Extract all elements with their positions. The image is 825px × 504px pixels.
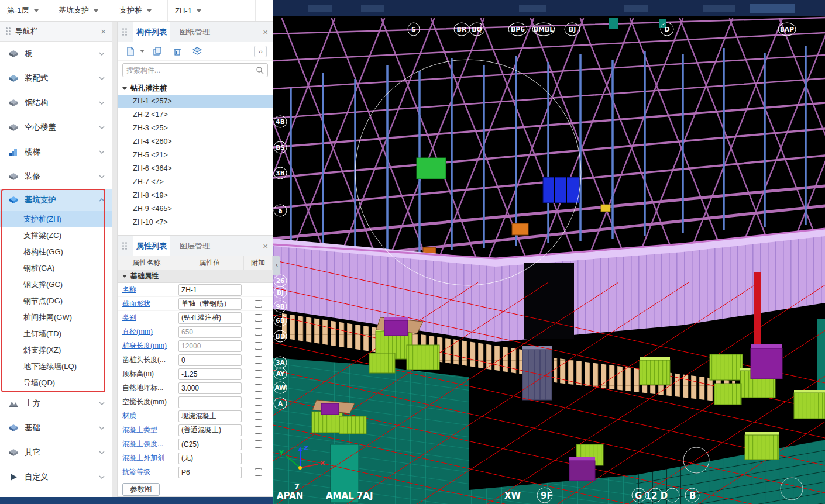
sidebar-subitem-xz[interactable]: 斜支撑(XZ) [0, 342, 112, 358]
sidebar-item-prefab[interactable]: 装配式 [0, 66, 112, 91]
new-component-button[interactable] [123, 44, 138, 58]
tree-group-row[interactable]: 钻孔灌注桩 [118, 82, 273, 95]
property-value-input[interactable] [178, 354, 242, 366]
sidebar-item-other[interactable]: 其它 [0, 440, 112, 465]
property-value-input[interactable] [178, 326, 242, 338]
property-name[interactable]: 混凝土外加剂 [118, 453, 176, 463]
property-name[interactable]: 材质 [118, 411, 176, 421]
sidebar-item-hollow-floor[interactable]: 空心楼盖 [0, 115, 112, 140]
delete-component-button[interactable] [170, 44, 184, 58]
sidebar-subitem-td[interactable]: 土钉墙(TD) [0, 326, 112, 342]
grid-label: 26 [276, 277, 285, 284]
property-value-input[interactable] [178, 368, 242, 380]
property-checkbox[interactable] [255, 412, 262, 420]
viewport-3d[interactable]: S BR BQ BP6 BMBL BJ D 8AP 4B BS 3B a 26 … [273, 0, 825, 504]
sidebar-subitem-ga[interactable]: 钢桩(GA) [0, 260, 112, 277]
property-name[interactable]: 名称 [118, 285, 176, 295]
property-name[interactable]: 类别 [118, 313, 176, 323]
sidebar-subitem-gg[interactable]: 格构柱(GG) [0, 244, 112, 260]
close-icon[interactable]: × [263, 241, 268, 250]
property-value-input[interactable] [178, 298, 242, 310]
property-value-input[interactable] [178, 396, 242, 408]
sidebar-item-slab[interactable]: 板 [0, 42, 112, 66]
tab-drawing-management[interactable]: 图纸管理 [176, 22, 214, 42]
component-item[interactable]: ZH-6 <364> [118, 162, 273, 175]
sidebar-subitem-lq[interactable]: 地下连续墙(LQ) [0, 358, 112, 375]
property-value-input[interactable] [178, 424, 242, 436]
sidebar-item-custom[interactable]: 自定义 [0, 465, 112, 489]
tab-layer-management[interactable]: 图层管理 [176, 236, 214, 256]
tree-expander-icon[interactable] [122, 87, 127, 90]
component-item[interactable]: ZH-1 <257> [118, 95, 273, 108]
type-selector-dropdown[interactable]: 支护桩 [112, 0, 168, 21]
property-checkbox[interactable] [255, 314, 262, 322]
property-value-input[interactable] [178, 453, 242, 464]
property-name[interactable]: 混凝土强度... [118, 439, 176, 449]
sidebar-subitem-gw[interactable]: 桩间挂网(GW) [0, 309, 112, 326]
grid-label: 9B [276, 303, 284, 310]
component-item[interactable]: ZH-3 <25> [118, 122, 273, 135]
property-checkbox[interactable] [255, 342, 262, 350]
property-checkbox[interactable] [255, 370, 262, 378]
property-name[interactable]: 抗渗等级 [118, 467, 176, 477]
property-checkbox[interactable] [255, 384, 262, 392]
property-checkbox[interactable] [255, 440, 262, 448]
sidebar-subitem-zc[interactable]: 支撑梁(ZC) [0, 227, 112, 244]
property-value-input[interactable] [178, 439, 242, 450]
property-value-input[interactable] [178, 382, 242, 394]
property-checkbox[interactable] [255, 468, 262, 476]
layer-copy-button[interactable] [190, 44, 204, 58]
sidebar-item-stairs[interactable]: 楼梯 [0, 140, 112, 164]
property-name[interactable]: 截面形状 [118, 299, 176, 309]
property-checkbox[interactable] [255, 300, 262, 308]
property-name[interactable]: 桩身长度(mm) [118, 341, 176, 351]
property-value-input[interactable] [178, 340, 242, 352]
sidebar-subitem-qd[interactable]: 导墙(QD) [0, 375, 112, 391]
grid-label: BP6 [511, 26, 525, 33]
component-item[interactable]: ZH-5 <21> [118, 149, 273, 162]
sidebar-item-pit-support[interactable]: 基坑支护 [0, 189, 112, 211]
component-selector-dropdown[interactable]: ZH-1 [168, 0, 256, 21]
close-icon[interactable]: × [263, 27, 268, 36]
component-item[interactable]: ZH-8 <19> [118, 189, 273, 202]
sidebar-item-earthwork[interactable]: 土方 [0, 391, 112, 416]
sidebar-item-steel[interactable]: 钢结构 [0, 91, 112, 115]
property-section-header[interactable]: 基础属性 [118, 270, 273, 283]
property-checkbox[interactable] [255, 356, 262, 364]
close-icon[interactable]: × [101, 27, 106, 36]
component-item[interactable]: ZH-7 <7> [118, 175, 273, 189]
component-item[interactable]: ZH-2 <17> [118, 108, 273, 122]
panel-collapse-button[interactable]: ‹ [273, 256, 280, 275]
property-value-input[interactable] [178, 467, 242, 478]
other-icon [8, 448, 19, 457]
more-tools-button[interactable]: ›› [254, 46, 267, 57]
copy-component-button[interactable] [150, 44, 164, 58]
sidebar-subitem-dg[interactable]: 钢节点(DG) [0, 293, 112, 309]
component-item[interactable]: ZH-4 <260> [118, 135, 273, 149]
sidebar-subitem-zh[interactable]: 支护桩(ZH) [0, 211, 112, 227]
property-value-input[interactable] [178, 410, 242, 422]
category-selector-dropdown[interactable]: 基坑支护 [51, 0, 112, 21]
property-name[interactable]: 混凝土类型 [118, 425, 176, 435]
property-checkbox[interactable] [255, 328, 262, 336]
floor-selector-dropdown[interactable]: 第-1层 [0, 0, 51, 21]
property-checkbox[interactable] [255, 426, 262, 434]
property-name[interactable]: 直径(mm) [118, 327, 176, 337]
tab-property-list[interactable]: 属性列表 [133, 236, 170, 256]
decoration-icon [8, 172, 19, 181]
chevron-down-icon[interactable] [140, 50, 145, 53]
search-icon[interactable] [256, 66, 264, 74]
parameter-diagram-button[interactable]: 参数图 [122, 483, 160, 496]
component-item[interactable]: ZH-10 <7> [118, 216, 273, 229]
property-panel: 属性列表 图层管理 × 属性名称 属性值 附加 基础属性 名称 截面形状 类别 [117, 236, 273, 497]
property-checkbox[interactable] [255, 398, 262, 406]
sidebar-item-foundation[interactable]: 基础 [0, 416, 112, 440]
property-value-input[interactable] [178, 284, 242, 296]
tab-component-list[interactable]: 构件列表 [133, 22, 170, 42]
chevron-down-icon [99, 77, 105, 80]
sidebar-subitem-gc[interactable]: 钢支撑(GC) [0, 277, 112, 293]
property-value-input[interactable] [178, 312, 242, 324]
search-input[interactable] [126, 66, 256, 74]
sidebar-item-decoration[interactable]: 装修 [0, 164, 112, 189]
component-item[interactable]: ZH-9 <465> [118, 202, 273, 216]
